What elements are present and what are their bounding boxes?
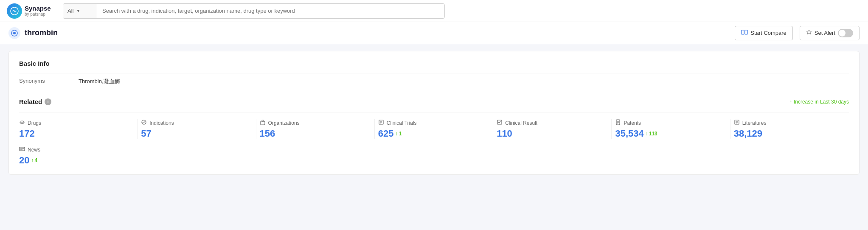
filter-dropdown[interactable]: All ▼	[63, 4, 97, 18]
related-title: Related i	[19, 98, 51, 105]
related-header: Related i ↑ Increase in Last 30 days	[19, 98, 849, 105]
stat-news[interactable]: News 20 ↑ 4	[19, 146, 44, 166]
svg-rect-3	[742, 30, 744, 34]
basic-info-title: Basic Info	[19, 60, 849, 67]
set-alert-button[interactable]: Set Alert	[800, 26, 860, 40]
related-info-icon[interactable]: i	[45, 98, 51, 105]
search-input[interactable]	[97, 4, 444, 18]
main-content: Basic Info Synonyms Thrombin,凝血酶 Related…	[0, 44, 868, 230]
drug-icon	[19, 119, 25, 126]
stat-clinical-trials[interactable]: Clinical Trials 625 ↑ 1	[375, 119, 493, 139]
navbar: Synapse by patsnap All ▼	[0, 0, 868, 22]
start-compare-button[interactable]: Start Compare	[735, 26, 793, 40]
search-filter-bar: All ▼	[63, 3, 445, 19]
organizations-icon	[260, 119, 266, 126]
stat-patents[interactable]: Patents 35,534 ↑ 113	[612, 119, 730, 139]
synonyms-label: Synonyms	[19, 78, 70, 84]
stat-indications[interactable]: Indications 57	[138, 119, 256, 139]
stat-clinical-result[interactable]: Clinical Result 110	[493, 119, 612, 139]
page-header-right: Start Compare Set Alert	[735, 26, 860, 40]
synonyms-value: Thrombin,凝血酶	[79, 78, 120, 85]
news-increase: ↑ 4	[31, 157, 37, 163]
alert-toggle[interactable]	[838, 29, 853, 37]
svg-rect-4	[745, 30, 747, 34]
logo-area[interactable]: Synapse by patsnap	[7, 3, 58, 19]
logo-text: Synapse by patsnap	[25, 5, 51, 17]
page-header: thrombin Start Compare Set Alert	[0, 22, 868, 44]
clinical-trials-icon	[378, 119, 384, 126]
stat-literatures[interactable]: Literatures 38,129	[730, 119, 849, 139]
clinical-trials-increase: ↑ 1	[396, 131, 402, 137]
synonyms-row: Synonyms Thrombin,凝血酶	[19, 73, 849, 90]
svg-rect-8	[261, 121, 265, 125]
chevron-down-icon: ▼	[76, 8, 80, 13]
page-header-left: thrombin	[8, 27, 58, 39]
news-icon	[19, 146, 25, 153]
page-topic-icon	[8, 27, 20, 39]
compare-icon	[741, 29, 748, 37]
clinical-result-icon	[497, 119, 503, 126]
literatures-icon	[734, 119, 740, 126]
stat-organizations[interactable]: Organizations 156	[256, 119, 375, 139]
arrow-up-icon: ↑	[789, 99, 792, 105]
patents-increase: ↑ 113	[646, 131, 657, 137]
patents-icon	[615, 119, 621, 126]
stats-row2: News 20 ↑ 4	[19, 146, 849, 166]
svg-point-2	[13, 32, 16, 34]
logo-icon	[7, 3, 22, 19]
stat-drugs[interactable]: Drugs 172	[19, 119, 138, 139]
increase-note: ↑ Increase in Last 30 days	[789, 99, 849, 105]
info-card: Basic Info Synonyms Thrombin,凝血酶 Related…	[8, 51, 860, 175]
alert-icon	[806, 29, 812, 36]
stats-grid: Drugs 172 Indi	[19, 112, 849, 139]
svg-rect-23	[20, 147, 25, 151]
indications-icon	[141, 119, 147, 126]
page-title: thrombin	[25, 28, 58, 37]
svg-rect-9	[262, 120, 264, 121]
